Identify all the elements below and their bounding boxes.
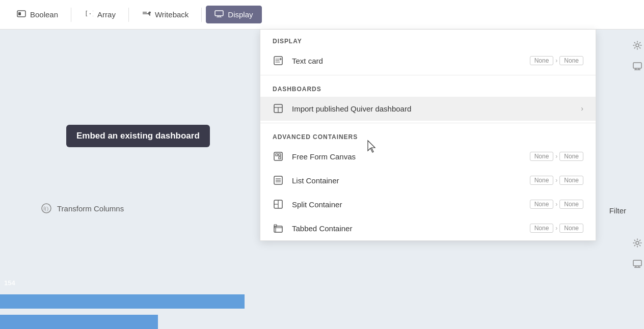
svg-rect-15 [633,260,641,266]
tab-array[interactable]: [·] Array [75,6,124,23]
tab-boolean[interactable]: Boolean [8,6,67,23]
svg-text:[·]: [·] [85,10,93,17]
tab-writeback-label: Writeback [155,10,189,19]
gear-icon-lower[interactable] [633,238,642,250]
gear-icon[interactable] [633,41,642,52]
svg-rect-1 [18,12,21,15]
bar-154: 154 [0,294,245,309]
svg-rect-24 [276,154,278,156]
split-container-label: Split Container [292,200,522,209]
filter-label: Filter [609,206,626,215]
bar-154-label: 154 [4,279,15,287]
array-icon: [·] [84,10,93,19]
menu-item-split-container[interactable]: Split Container None › None [260,193,596,216]
list-container-badge1: None [530,176,554,185]
free-form-badge1: None [530,152,554,161]
import-dashboard-arrow: › [581,104,583,113]
list-container-label: List Container [292,176,522,185]
split-icon [273,199,284,210]
transform-label: Transform Columns [57,204,124,213]
right-sidebar-icons-lower [633,238,642,270]
dropdown-panel: DISPLAY Text card None › None DASHBOARDS [260,30,596,241]
tabbed-container-badges: None › None [530,224,583,233]
tabbed-container-badge1: None [530,224,554,233]
bar-2 [0,315,158,329]
text-card-badges: None › None [530,56,583,65]
display-icon [214,10,224,19]
text-card-badge-arrow: › [555,57,557,64]
tab-display[interactable]: Display [206,6,261,23]
divider-2 [260,123,596,123]
import-dashboard-label: Import published Quiver dashboard [292,104,569,113]
svg-point-9 [636,44,639,47]
tab-boolean-label: Boolean [30,10,58,19]
svg-rect-10 [633,63,641,68]
display-right-icon-lower[interactable] [633,260,642,270]
split-container-badge1: None [530,200,554,209]
tabbed-icon [273,223,284,234]
tab-display-label: Display [228,10,253,19]
tab-array-label: Array [97,10,116,19]
free-form-icon [273,151,284,162]
list-container-badges: None › None [530,176,583,185]
svg-point-14 [636,241,639,244]
free-form-label: Free Form Canvas [292,152,522,161]
tabbed-container-badge-arrow: › [555,225,557,232]
free-form-badge-arrow: › [555,153,557,160]
text-card-icon [273,55,284,66]
tab-divider-3 [201,8,202,22]
svg-rect-3 [215,11,223,16]
split-container-badge-arrow: › [555,201,557,208]
svg-rect-26 [279,154,281,156]
svg-text:f(): f() [43,206,48,212]
embed-tooltip: Embed an existing dashboard [66,125,210,147]
boolean-icon [17,10,26,19]
svg-rect-25 [279,157,281,159]
divider-1 [260,75,596,75]
transform-icon: f() [41,203,52,214]
text-card-label: Text card [292,57,522,65]
tab-bar: Boolean [·] Array Writeback [0,0,644,30]
section-advanced-header: ADVANCED CONTAINERS [260,125,596,145]
dashboard-icon [273,103,284,114]
tab-divider-1 [71,8,71,22]
menu-item-tabbed-container[interactable]: Tabbed Container None › None [260,216,596,240]
list-container-badge2: None [559,176,583,185]
list-icon [273,175,284,186]
list-container-badge-arrow: › [555,177,557,184]
free-form-badges: None › None [530,152,583,161]
menu-item-text-card[interactable]: Text card None › None [260,49,596,73]
tab-writeback[interactable]: Writeback [133,6,197,23]
writeback-icon [142,10,151,19]
menu-item-import-dashboard[interactable]: Import published Quiver dashboard › [260,97,596,121]
transform-columns-area: f() Transform Columns [41,203,124,214]
chart-area: 154 [0,268,260,329]
tabbed-container-label: Tabbed Container [292,224,522,233]
tab-divider-2 [128,8,129,22]
section-display-header: DISPLAY [260,30,596,49]
tabbed-container-badge2: None [559,224,583,233]
menu-item-list-container[interactable]: List Container None › None [260,169,596,193]
split-container-badges: None › None [530,200,583,209]
svg-rect-23 [274,152,282,160]
text-card-badge1: None [530,56,554,65]
filter-label-area: Filter [609,206,626,215]
display-right-icon[interactable] [633,62,642,72]
text-card-badge2: None [559,56,583,65]
section-dashboards-header: DASHBOARDS [260,77,596,97]
menu-item-free-form[interactable]: Free Form Canvas None › None [260,145,596,169]
split-container-badge2: None [559,200,583,209]
tooltip-text: Embed an existing dashboard [76,131,200,141]
free-form-badge2: None [559,152,583,161]
background-content: f() Transform Columns 154 [0,30,260,329]
right-sidebar-icons [633,41,642,72]
